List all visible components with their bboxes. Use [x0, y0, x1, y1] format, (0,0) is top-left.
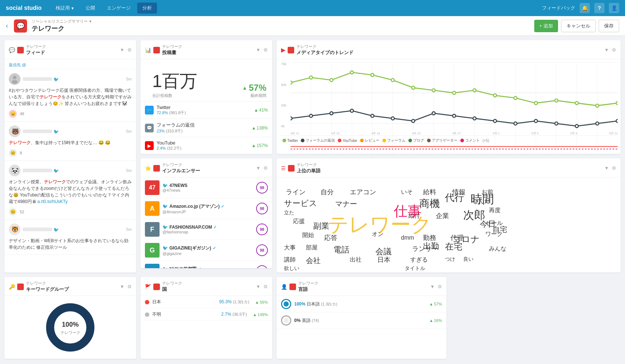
filter-icon[interactable]: ▼	[120, 47, 124, 53]
twitter-icon: 🐦	[53, 227, 59, 232]
filter-icon[interactable]: ▼	[256, 165, 261, 171]
feedback-link[interactable]: フィードバック	[542, 5, 575, 11]
word-cloud-word[interactable]: セール	[485, 219, 503, 226]
save-button[interactable]: 保存	[599, 20, 619, 32]
word-cloud-word[interactable]: マナー	[335, 199, 357, 208]
settings-icon[interactable]: ⚙	[438, 284, 442, 289]
feed-footer: 😐 8	[9, 149, 132, 157]
word-cloud-word[interactable]: 良い	[463, 256, 474, 262]
influencer-handle: @47news	[162, 188, 253, 192]
word-cloud-word[interactable]: お前	[482, 188, 493, 195]
add-button[interactable]: + 追加	[534, 20, 558, 32]
influencer-info: 🐦 FASHIONSNAP.COM ✓ @fashionsnap	[162, 225, 253, 234]
settings-icon[interactable]: ⚙	[263, 284, 268, 289]
twitter-icon: 🐦	[162, 225, 168, 230]
score-badge: 98	[256, 265, 268, 268]
settings-icon[interactable]: ⚙	[127, 284, 132, 289]
language-change: ▲ 16%	[429, 318, 442, 323]
word-cloud-word[interactable]: 講師	[284, 256, 296, 263]
word-cloud-word[interactable]: すぎる	[410, 256, 428, 263]
word-cloud-word[interactable]: ライン	[286, 188, 306, 196]
svg-rect-67	[19, 285, 22, 289]
reaction-count: 52	[20, 210, 24, 214]
feed-item: 🐻 🐦 5m テレワーク、集中は持って15時半までだな… 😂 😂 😐 8	[4, 122, 136, 161]
word-cloud-word[interactable]: タイトル	[405, 265, 425, 271]
word-cloud-word[interactable]: 日本	[377, 256, 390, 264]
word-cloud-word[interactable]: dmm	[401, 234, 414, 241]
feed-title-group: テレワーク フィード	[26, 44, 46, 56]
word-cloud-word[interactable]: 応答	[324, 234, 337, 242]
word-cloud-word[interactable]: 会社	[306, 256, 321, 265]
word-cloud-word[interactable]: 電話	[333, 245, 349, 255]
word-cloud-word[interactable]: いそ	[401, 188, 413, 195]
nav-item-publish[interactable]: 公開	[81, 3, 100, 14]
word-cloud-word[interactable]: 自分	[321, 188, 334, 196]
settings-icon[interactable]: ⚙	[263, 47, 268, 53]
filter-icon[interactable]: ▼	[256, 284, 261, 289]
word-cloud-word[interactable]: 応援	[293, 218, 305, 225]
influencer-row: N 🐦 NHK@首都圏 ✓ @nhk_shutoken 98	[141, 261, 272, 268]
word-cloud-word[interactable]: つけ	[445, 256, 455, 262]
svg-point-56	[453, 114, 456, 117]
back-button[interactable]: ‹	[6, 22, 8, 30]
word-cloud-word[interactable]: 勤務	[423, 234, 436, 242]
word-cloud-word[interactable]: 立た	[284, 210, 294, 216]
nav-item-analyze[interactable]: 分析	[137, 3, 157, 14]
verified-icon: ✓	[221, 204, 224, 209]
word-cloud-word[interactable]: サービス	[284, 199, 317, 208]
help-icon[interactable]: ?	[594, 3, 605, 13]
influencer-title: インフルエンサー	[162, 168, 200, 174]
word-cloud-word[interactable]: エアコン	[350, 188, 376, 196]
word-cloud-word[interactable]: ワーク	[485, 230, 503, 237]
word-cloud-word[interactable]: 部屋	[306, 244, 318, 251]
influencer-title-group: テレワーク インフルエンサー	[162, 162, 200, 174]
word-cloud-word[interactable]: 副業	[313, 221, 329, 231]
cancel-button[interactable]: キャンセル	[561, 20, 596, 32]
filter-icon[interactable]: ▼	[604, 47, 609, 53]
word-cloud-word[interactable]: みんな	[489, 245, 506, 252]
word-cloud-word[interactable]: 会議	[375, 247, 392, 256]
keyword-icon: 🔑	[9, 284, 15, 290]
twitter-icon: 🐦	[53, 168, 59, 173]
feed-card: 💬 テレワーク フィード ▼ ⚙ 返信先 @ 🐦	[4, 40, 136, 273]
word-cloud-word[interactable]: ランサー	[412, 245, 438, 253]
word-cloud-word[interactable]: 開始	[302, 232, 314, 239]
filter-icon[interactable]: ▼	[256, 47, 261, 53]
word-cloud-word[interactable]: なんだ	[472, 198, 490, 204]
word-cloud-word[interactable]: 在宅	[445, 241, 463, 252]
feed-time: 5m	[126, 77, 132, 81]
twitter-icon: 🐦	[162, 266, 168, 268]
word-cloud-word[interactable]: 給付	[408, 212, 420, 219]
nav-item-verification[interactable]: 検証用 ▾	[50, 3, 79, 14]
filter-icon[interactable]: ▼	[120, 284, 124, 289]
nav-item-engage[interactable]: エンゲージ	[102, 3, 136, 14]
settings-icon[interactable]: ⚙	[127, 47, 132, 53]
word-cloud-word[interactable]: 代理	[450, 234, 464, 242]
filter-icon[interactable]: ▼	[430, 284, 435, 289]
settings-icon[interactable]: ⚙	[263, 165, 268, 171]
filter-icon[interactable]: ▼	[604, 165, 609, 171]
posts-label: 合計投稿数	[146, 93, 203, 101]
keyword-card: 🔑 テレワーク キーワードグループ ▼ ⚙ 100% テレワーク	[4, 277, 136, 359]
word-cloud-word[interactable]: 商機	[419, 198, 440, 210]
word-cloud-word[interactable]: 大事	[284, 244, 296, 251]
word-cloud-word[interactable]: 企業	[436, 212, 449, 220]
youtube-source-icon: ▶	[145, 141, 154, 150]
user-avatar[interactable]: 👤	[609, 3, 619, 13]
keyword-card-header: 🔑 テレワーク キーワードグループ ▼ ⚙	[4, 277, 136, 296]
legend-color-twitter	[282, 139, 286, 142]
word-cloud-word[interactable]: 再度	[489, 207, 501, 214]
bottom-row: 🔑 テレワーク キーワードグループ ▼ ⚙ 100% テレワーク 🚩	[0, 277, 625, 363]
word-cloud-word[interactable]: 欲しい	[284, 265, 299, 271]
wordcloud-title-group: テレワーク 上位の単語	[297, 162, 321, 174]
source-row-twitter: 🐦 Twitter 72.8% (981.8千) ▲ 41%	[141, 101, 272, 119]
feed-item-header: 🐻 🐦 5m	[9, 125, 132, 137]
reaction-count: 8	[20, 151, 22, 155]
settings-icon[interactable]: ⚙	[612, 47, 616, 53]
word-cloud-word[interactable]: 情報	[452, 188, 465, 196]
word-cloud-word[interactable]: 出社	[350, 256, 362, 263]
notifications-icon[interactable]: 🔔	[580, 3, 590, 13]
settings-icon[interactable]: ⚙	[612, 165, 616, 171]
word-cloud-word[interactable]: 給料	[423, 188, 436, 196]
word-cloud-word[interactable]: オン	[372, 230, 383, 237]
